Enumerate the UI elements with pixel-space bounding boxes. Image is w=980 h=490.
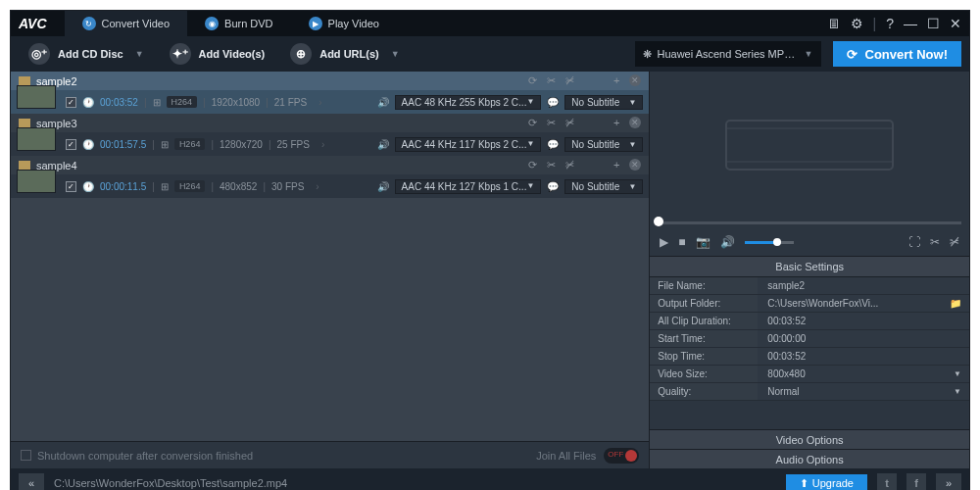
preview-pane	[650, 72, 969, 219]
subtitle-select[interactable]: No Subtitle▼	[564, 95, 643, 110]
subtitle-select[interactable]: No Subtitle▼	[564, 179, 643, 194]
file-checkbox[interactable]: ✓	[66, 97, 76, 108]
audio-select[interactable]: AAC 48 KHz 255 Kbps 2 C... ▼	[395, 95, 542, 110]
cut-disabled-icon[interactable]: ✂̸	[565, 159, 574, 172]
folder-icon[interactable]: 📁	[950, 298, 961, 309]
cut-icon[interactable]: ✂	[547, 74, 556, 87]
convert-now-button[interactable]: ⟳ Convert Now!	[833, 41, 962, 67]
cut-disabled-icon[interactable]: ✂̸	[565, 74, 574, 87]
cut-icon[interactable]: ✂	[547, 117, 556, 129]
video-icon: ✦⁺	[170, 43, 191, 65]
subtitle-icon: 💬	[547, 97, 559, 108]
clock-icon: 🕐	[82, 139, 94, 150]
add-icon[interactable]: +	[613, 159, 619, 172]
chevron-down-icon[interactable]: ▼	[954, 387, 961, 396]
add-icon[interactable]: +	[613, 74, 619, 87]
chevron-down-icon: ▼	[391, 49, 400, 59]
setting-label: Output Folder:	[650, 295, 758, 312]
cut-icon[interactable]: ✂	[930, 235, 940, 249]
shutdown-checkbox[interactable]	[21, 450, 31, 461]
resolution: 480x852	[220, 181, 257, 192]
setting-value: 00:00:00	[758, 330, 969, 347]
expand-button[interactable]: »	[936, 473, 961, 490]
duration: 00:03:52	[100, 97, 138, 108]
remove-icon[interactable]: ✕	[629, 74, 641, 86]
setting-row: Stop Time: 00:03:52	[650, 348, 969, 366]
file-path: C:\Users\WonderFox\Desktop\Test\sample2.…	[54, 477, 287, 489]
audio-select[interactable]: AAC 44 KHz 117 Kbps 2 C... ▼	[395, 137, 542, 152]
refresh-icon[interactable]: ⟳	[528, 74, 537, 87]
audio-options-button[interactable]: Audio Options	[650, 449, 969, 468]
huawei-icon: ❋	[643, 48, 652, 61]
setting-value: sample2	[758, 277, 969, 294]
setting-value[interactable]: Normal▼	[758, 383, 969, 400]
volume-slider[interactable]	[745, 241, 794, 244]
file-item[interactable]: sample4 ⟳ ✂ ✂̸ + ✕ ✓ 🕐 00:00:11.5 | ⊞ H2…	[11, 156, 649, 198]
add-icon[interactable]: +	[613, 117, 619, 129]
fps: 21 FPS	[274, 97, 307, 108]
tab-label: Convert Video	[102, 18, 171, 29]
add-videos-button[interactable]: ✦⁺ Add Video(s)	[160, 39, 275, 69]
file-item[interactable]: sample2 ⟳ ✂ ✂̸ + ✕ ✓ 🕐 00:03:52 | ⊞ H264…	[11, 72, 649, 114]
fullscreen-icon[interactable]: ⛶	[908, 235, 920, 249]
setting-row: All Clip Duration: 00:03:52	[650, 313, 969, 330]
volume-icon[interactable]: 🔊	[720, 235, 735, 249]
tab-play-video[interactable]: ▶ Play Video	[291, 11, 397, 36]
tab-burn-dvd[interactable]: ◉ Burn DVD	[187, 11, 291, 36]
setting-row: Quality: Normal▼	[650, 383, 969, 401]
collapse-button[interactable]: «	[19, 473, 44, 490]
folder-icon	[19, 161, 30, 171]
setting-label: Start Time:	[650, 330, 758, 347]
play-button[interactable]: ▶	[660, 235, 668, 249]
facebook-icon[interactable]: f	[906, 473, 926, 490]
add-cd-disc-button[interactable]: ◎⁺ Add CD Disc▼	[19, 39, 154, 69]
chevron-down-icon[interactable]: ▼	[954, 369, 961, 378]
history-icon[interactable]: 🗏	[827, 16, 841, 31]
video-icon: ⊞	[153, 97, 161, 108]
join-files-label: Join All Files	[536, 450, 596, 462]
seek-slider[interactable]	[650, 219, 969, 228]
subtitle-icon: 💬	[547, 139, 559, 150]
maximize-icon[interactable]: ☐	[927, 16, 940, 31]
remove-icon[interactable]: ✕	[629, 117, 641, 128]
stop-button[interactable]: ■	[678, 235, 685, 249]
close-icon[interactable]: ✕	[950, 16, 961, 31]
gear-icon[interactable]: ⚙	[851, 16, 863, 31]
video-options-button[interactable]: Video Options	[650, 429, 969, 449]
setting-value[interactable]: C:\Users\WonderFox\Vi...📁	[758, 295, 969, 312]
add-urls-button[interactable]: ⊕ Add URL(s)▼	[280, 39, 409, 69]
remove-icon[interactable]: ✕	[629, 159, 641, 171]
convert-icon: ↻	[82, 17, 96, 30]
refresh-icon[interactable]: ⟳	[528, 117, 537, 129]
setting-label: All Clip Duration:	[650, 313, 758, 329]
thumbnail	[17, 127, 56, 151]
tab-convert-video[interactable]: ↻ Convert Video	[65, 11, 188, 36]
setting-value: 00:03:52	[758, 348, 969, 365]
minimize-icon[interactable]: ―	[904, 16, 917, 31]
twitter-icon[interactable]: t	[877, 473, 897, 490]
refresh-icon[interactable]: ⟳	[528, 159, 537, 172]
refresh-icon: ⟳	[847, 47, 858, 62]
help-icon[interactable]: ?	[886, 16, 894, 31]
setting-row: Start Time: 00:00:00	[650, 330, 969, 348]
cut-disabled-icon[interactable]: ✂̸	[950, 235, 959, 249]
upgrade-button[interactable]: ⬆Upgrade	[786, 474, 867, 491]
audio-select[interactable]: AAC 44 KHz 127 Kbps 1 C... ▼	[395, 179, 542, 194]
resolution: 1920x1080	[212, 97, 261, 108]
cut-icon[interactable]: ✂	[547, 159, 556, 172]
speaker-icon: 🔊	[377, 139, 389, 150]
codec-badge: H264	[174, 180, 206, 192]
setting-row: File Name: sample2	[650, 277, 969, 295]
speaker-icon: 🔊	[377, 97, 389, 108]
camera-icon[interactable]: 📷	[696, 235, 710, 249]
join-files-toggle[interactable]: OFF	[604, 448, 639, 464]
file-item[interactable]: sample3 ⟳ ✂ ✂̸ + ✕ ✓ 🕐 00:01:57.5 | ⊞ H2…	[11, 114, 649, 156]
subtitle-select[interactable]: No Subtitle▼	[564, 137, 643, 152]
output-profile-select[interactable]: ❋ Huawei Ascend Series MPEG-4 Movie... ▼	[635, 41, 821, 67]
file-checkbox[interactable]: ✓	[66, 139, 76, 150]
setting-value[interactable]: 800x480▼	[758, 366, 969, 382]
file-checkbox[interactable]: ✓	[66, 181, 76, 192]
clock-icon: 🕐	[82, 97, 94, 108]
setting-row: Output Folder: C:\Users\WonderFox\Vi...📁	[650, 295, 969, 313]
cut-disabled-icon[interactable]: ✂̸	[565, 117, 574, 129]
